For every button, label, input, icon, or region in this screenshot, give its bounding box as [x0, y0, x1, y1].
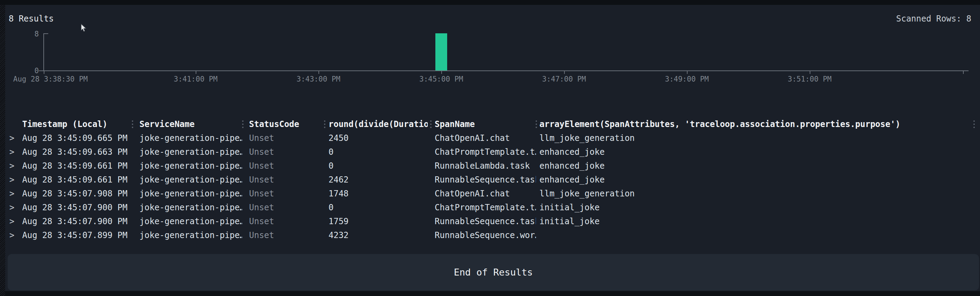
mouse-cursor-icon [81, 24, 87, 33]
cell-timestamp: Aug 28 3:45:07.908 PM [22, 187, 132, 201]
cell-span-name: ChatOpenAI.chat [435, 131, 536, 145]
cell-purpose: initial_joke [539, 201, 973, 215]
row-expand-chevron-icon[interactable]: > [10, 201, 18, 215]
cell-duration: 4232 [329, 228, 428, 242]
x-axis-tick [318, 71, 319, 74]
x-axis-tick [196, 71, 196, 74]
cell-duration: 0 [329, 145, 428, 159]
cell-service-name: joke-generation-pipe… [140, 215, 242, 228]
column-header-5[interactable]: SpanName [435, 119, 536, 129]
column-resize-handle[interactable] [132, 120, 133, 129]
column-resize-handle[interactable] [974, 120, 975, 129]
results-count-label: 8 Results [9, 14, 54, 24]
x-axis-tick-label: 3:49:00 PM [665, 75, 709, 83]
column-header-4[interactable]: round(divide(Duration, [329, 119, 428, 129]
x-axis-line [43, 70, 969, 71]
cell-duration: 2462 [329, 173, 428, 187]
cell-span-name: RunnableSequence.task [435, 215, 536, 228]
row-expand-chevron-icon[interactable]: > [10, 187, 18, 201]
column-header-3[interactable]: StatusCode [249, 119, 324, 129]
row-expand-chevron-icon[interactable]: > [10, 131, 18, 145]
x-axis-tick [564, 71, 565, 74]
x-axis-tick [687, 71, 687, 74]
cell-duration: 2450 [329, 131, 428, 145]
cell-span-name: RunnableSequence.task [435, 173, 536, 187]
cell-status-code: Unset [249, 145, 324, 159]
column-resize-handle[interactable] [324, 120, 325, 129]
cell-status-code: Unset [249, 228, 324, 242]
cell-span-name: ChatPromptTemplate.t… [435, 145, 536, 159]
left-resize-gutter[interactable] [0, 5, 5, 296]
cell-duration: 0 [329, 159, 428, 173]
x-axis-tick-label: 3:43:00 PM [297, 75, 340, 83]
histogram-bar[interactable] [435, 33, 447, 70]
cell-purpose [539, 228, 973, 242]
query-results-view: 8 Results Scanned Rows: 8 8 0 Aug 28 3:3… [0, 0, 980, 296]
end-of-results-banner: End of Results [8, 254, 979, 290]
row-expand-chevron-icon[interactable]: > [10, 173, 18, 187]
cell-purpose: initial_joke [539, 215, 973, 228]
cell-duration: 1759 [329, 215, 428, 228]
cell-service-name: joke-generation-pipe… [140, 131, 242, 145]
row-expand-chevron-icon[interactable]: > [10, 215, 18, 228]
cell-timestamp: Aug 28 3:45:07.900 PM [22, 201, 132, 215]
cell-status-code: Unset [249, 159, 324, 173]
column-resize-handle[interactable] [430, 120, 431, 129]
cell-purpose: enhanced_joke [539, 145, 973, 159]
cell-span-name: RunnableSequence.wor… [435, 228, 536, 242]
column-header-2[interactable]: ServiceName [140, 119, 242, 129]
cell-span-name: ChatOpenAI.chat [435, 187, 536, 201]
column-resize-handle[interactable] [242, 120, 243, 129]
cell-service-name: joke-generation-pipe… [140, 228, 242, 242]
cell-purpose: llm_joke_generation [539, 131, 973, 145]
top-strip [0, 0, 980, 5]
x-axis-tick-label: Aug 28 3:38:30 PM [13, 75, 88, 83]
cell-purpose: enhanced_joke [539, 173, 973, 187]
cell-status-code: Unset [249, 131, 324, 145]
cell-status-code: Unset [249, 201, 324, 215]
y-axis-max-label: 8 [25, 30, 39, 38]
cell-status-code: Unset [249, 173, 324, 187]
y-axis-min-label: 0 [25, 67, 39, 75]
x-axis-tick [441, 71, 442, 74]
end-of-results-label: End of Results [454, 267, 533, 278]
cell-timestamp: Aug 28 3:45:07.900 PM [22, 215, 132, 228]
cell-timestamp: Aug 28 3:45:09.663 PM [22, 145, 132, 159]
cell-service-name: joke-generation-pipe… [140, 173, 242, 187]
y-axis-zero-tick [39, 70, 43, 71]
cell-status-code: Unset [249, 187, 324, 201]
cell-span-name: RunnableLambda.task [435, 159, 536, 173]
cell-purpose: llm_joke_generation [539, 187, 973, 201]
x-axis-tick-label: 3:47:00 PM [542, 75, 586, 83]
cell-service-name: joke-generation-pipe… [140, 201, 242, 215]
row-expand-chevron-icon[interactable]: > [10, 145, 18, 159]
column-resize-handle[interactable] [536, 120, 537, 129]
x-axis-tick [810, 71, 810, 74]
cell-timestamp: Aug 28 3:45:07.899 PM [22, 228, 132, 242]
cell-timestamp: Aug 28 3:45:09.661 PM [22, 173, 132, 187]
cell-timestamp: Aug 28 3:45:09.665 PM [22, 131, 132, 145]
cell-service-name: joke-generation-pipe… [140, 159, 242, 173]
cell-duration: 1748 [329, 187, 428, 201]
cell-service-name: joke-generation-pipe… [140, 145, 242, 159]
cell-status-code: Unset [249, 215, 324, 228]
x-axis-tick-label: 3:41:00 PM [174, 75, 218, 83]
column-header-6[interactable]: arrayElement(SpanAttributes, 'traceloop.… [539, 119, 973, 129]
cell-duration: 0 [329, 201, 428, 215]
column-header-1[interactable]: Timestamp (Local) [22, 119, 132, 129]
cell-span-name: ChatPromptTemplate.t… [435, 201, 536, 215]
x-axis-tick-label: 3:51:00 PM [788, 75, 832, 83]
y-axis-line [43, 33, 44, 71]
x-axis-tick [44, 71, 45, 74]
x-axis-tick [963, 71, 964, 74]
cell-purpose: enhanced_joke [539, 159, 973, 173]
x-axis-tick-label: 3:45:00 PM [419, 75, 463, 83]
scanned-rows-label: Scanned Rows: 8 [896, 14, 971, 24]
y-axis-top-tick [43, 33, 48, 34]
row-expand-chevron-icon[interactable]: > [10, 228, 18, 242]
cell-timestamp: Aug 28 3:45:09.661 PM [22, 159, 132, 173]
cell-service-name: joke-generation-pipe… [140, 187, 242, 201]
row-expand-chevron-icon[interactable]: > [10, 159, 18, 173]
